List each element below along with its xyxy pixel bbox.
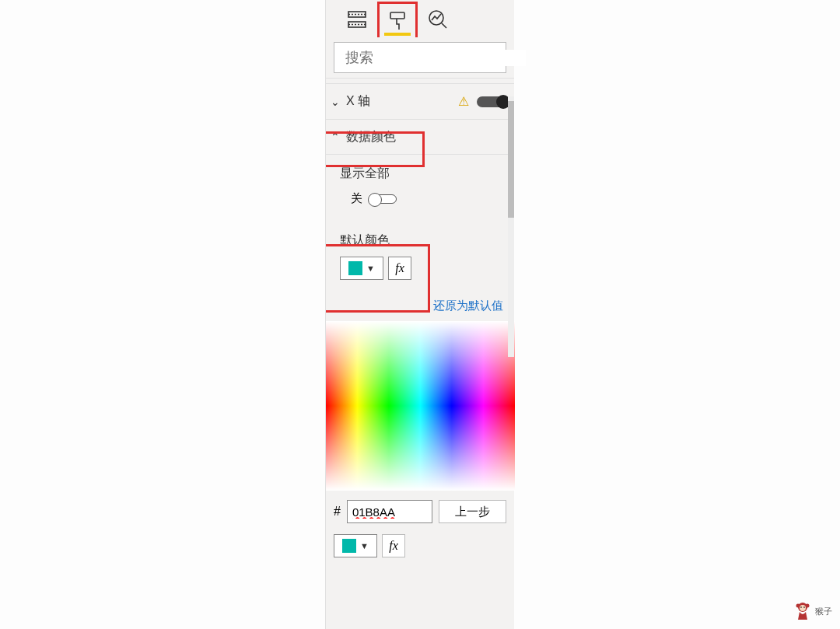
hash-label: # <box>334 505 341 519</box>
bottom-color-picker[interactable]: ▼ <box>334 534 377 557</box>
svg-point-14 <box>803 606 805 608</box>
reset-to-default-link[interactable]: 还原为默认值 <box>326 283 514 321</box>
svg-point-12 <box>800 605 806 611</box>
prev-step-button[interactable]: 上一步 <box>439 500 506 523</box>
search-box[interactable] <box>334 42 506 73</box>
svg-point-10 <box>796 604 800 608</box>
watermark-text: 猴子 <box>815 606 832 617</box>
scrollbar[interactable] <box>508 96 514 357</box>
analytics-tab[interactable] <box>418 2 458 37</box>
caret-down-icon: ▼ <box>360 541 369 550</box>
section-data-colors[interactable]: ⌃ 数据颜色 <box>326 119 514 155</box>
x-axis-toggle[interactable] <box>477 96 508 107</box>
hex-input[interactable] <box>347 500 432 523</box>
show-all-label: 显示全部 <box>326 155 514 187</box>
watermark: 猴子 <box>793 601 832 621</box>
x-axis-label: X 轴 <box>346 93 370 110</box>
color-swatch <box>348 261 362 275</box>
chevron-up-icon: ⌃ <box>329 131 341 143</box>
off-text: 关 <box>351 191 362 206</box>
format-tabs <box>326 0 514 39</box>
default-color-picker[interactable]: ▼ <box>340 257 383 280</box>
svg-line-6 <box>442 23 446 28</box>
search-input[interactable] <box>345 50 526 66</box>
svg-rect-0 <box>348 12 366 17</box>
format-tab[interactable] <box>377 2 418 37</box>
data-colors-label: 数据颜色 <box>346 129 396 145</box>
caret-down-icon: ▼ <box>366 264 375 273</box>
svg-point-13 <box>800 606 802 608</box>
default-color-label: 默认颜色 <box>326 214 514 253</box>
default-color-fx-button[interactable]: fx <box>388 257 411 280</box>
monkey-icon <box>793 601 812 621</box>
color-swatch <box>342 539 356 553</box>
show-all-toggle[interactable] <box>370 194 397 204</box>
fields-tab[interactable] <box>337 2 377 37</box>
warning-icon: ⚠ <box>458 94 469 109</box>
section-x-axis[interactable]: ⌄ X 轴 ⚠ <box>326 83 514 119</box>
svg-rect-4 <box>390 12 404 19</box>
chevron-down-icon: ⌄ <box>329 96 341 108</box>
svg-rect-1 <box>348 22 366 27</box>
color-spectrum[interactable] <box>326 321 515 491</box>
scrollbar-thumb[interactable] <box>508 101 514 218</box>
bottom-fx-button[interactable]: fx <box>382 534 405 557</box>
svg-point-11 <box>806 604 810 608</box>
